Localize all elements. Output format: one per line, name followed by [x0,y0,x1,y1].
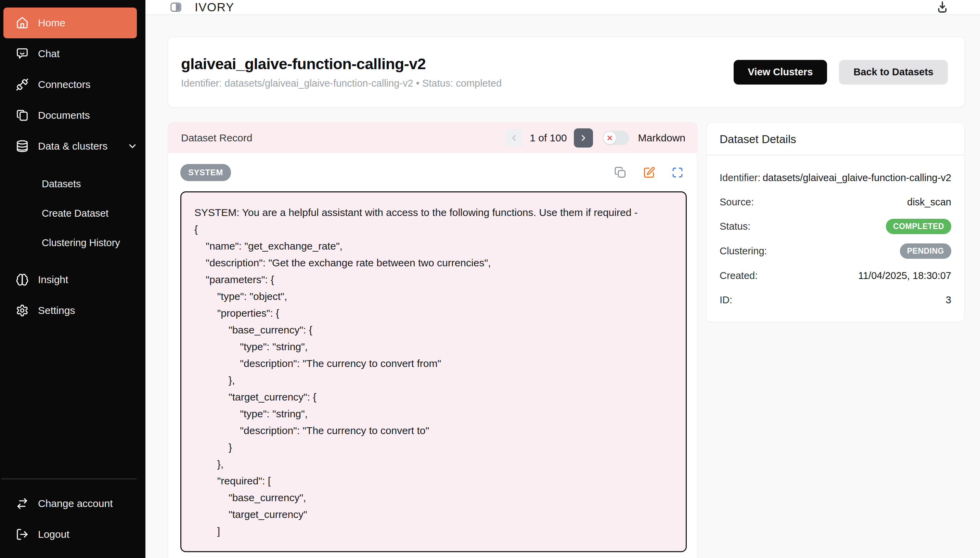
detail-value: disk_scan [907,197,951,208]
logout-icon [16,528,29,541]
sidebar-item-settings[interactable]: Settings [0,295,146,326]
sidebar-item-label: Settings [38,305,75,316]
x-icon [606,134,614,142]
chevron-left-icon [509,133,519,143]
sidebar-item-label: Change account [38,498,113,509]
detail-label: Clustering: [720,245,767,257]
detail-label: Source: [720,197,754,208]
detail-value: 3 [946,294,951,306]
detail-value: 11/04/2025, 18:30:07 [858,270,951,281]
sidebar-item-insight[interactable]: Insight [0,264,146,295]
sidebar-subnav: Datasets Create Dataset Clustering Histo… [0,169,146,258]
chat-icon [16,47,29,60]
sidebar-item-change-account[interactable]: Change account [0,488,146,519]
sidebar-item-label: Clustering History [42,237,120,249]
dataset-details-panel: Dataset Details Identifier: datasets/gla… [706,122,965,322]
record-panel-title: Dataset Record [181,132,252,144]
sidebar-item-connectors[interactable]: Connectors [0,69,146,100]
sidebar-item-documents[interactable]: Documents [0,100,146,131]
dataset-title-card: glaiveai_glaive-function-calling-v2 Iden… [168,37,965,107]
sidebar-item-logout[interactable]: Logout [0,519,146,550]
detail-label: ID: [720,294,732,306]
details-panel-title: Dataset Details [707,123,964,156]
view-clusters-button[interactable]: View Clusters [734,60,827,85]
toggle-knob [604,132,616,144]
markdown-toggle-label: Markdown [638,132,686,144]
detail-value: datasets/glaiveai_glaive-function-callin… [763,172,951,184]
detail-row-identifier: Identifier: datasets/glaiveai_glaive-fun… [720,170,951,185]
back-to-datasets-button[interactable]: Back to Datasets [839,60,948,85]
detail-label: Created: [720,270,757,281]
next-record-button[interactable] [574,128,593,148]
detail-label: Status: [720,221,750,232]
markdown-toggle[interactable] [602,131,629,145]
clustering-badge: PENDING [900,243,951,259]
sidebar-item-home[interactable]: Home [3,8,137,38]
sidebar-item-label: Connectors [38,79,90,90]
sidebar-item-clustering-history[interactable]: Clustering History [0,228,146,258]
sidebar-item-label: Datasets [42,178,81,190]
chevron-down-icon [127,141,138,152]
dataset-record-header: Dataset Record 1 of 100 [168,123,697,153]
copy-icon[interactable] [614,166,627,179]
expand-icon[interactable] [672,167,683,178]
sidebar-item-create-dataset[interactable]: Create Dataset [0,199,146,228]
sidebar-divider [2,479,137,479]
detail-row-source: Source: disk_scan [720,194,951,210]
brain-icon [16,273,29,286]
sidebar-item-label: Home [38,17,65,29]
status-badge: COMPLETED [886,219,951,234]
detail-row-status: Status: COMPLETED [720,219,951,234]
prev-record-button[interactable] [505,129,523,147]
page-title: glaiveai_glaive-function-calling-v2 [181,55,502,73]
sidebar-item-label: Data & clusters [38,140,108,152]
sidebar-item-label: Documents [38,110,90,121]
topbar: IVORY [146,0,980,15]
sidebar-item-label: Logout [38,528,69,540]
sidebar-item-label: Insight [38,274,68,286]
dataset-record-panel: Dataset Record 1 of 100 [168,122,697,558]
edit-icon[interactable] [643,166,655,179]
sidebar-toggle-icon[interactable] [169,1,182,14]
brand-title: IVORY [195,0,234,14]
database-icon [16,140,29,153]
plug-icon [16,78,29,91]
pagination-status: 1 of 100 [530,132,567,144]
detail-row-clustering: Clustering: PENDING [720,243,951,259]
detail-row-created: Created: 11/04/2025, 18:30:07 [720,268,951,283]
sidebar-lower-nav: Insight Settings [0,264,146,326]
gear-icon [16,304,29,317]
home-icon [16,16,29,30]
detail-label: Identifier: [720,172,760,184]
sidebar-item-data-clusters[interactable]: Data & clusters [0,131,146,162]
detail-row-id: ID: 3 [720,292,951,307]
sidebar-item-label: Create Dataset [42,208,108,219]
role-badge: SYSTEM [180,164,231,181]
page-subtitle: Identifier: datasets/glaiveai_glaive-fun… [181,78,502,89]
sidebar-item-chat[interactable]: Chat [0,38,146,69]
record-message-content: SYSTEM: You are a helpful assistant with… [180,191,687,552]
sidebar: Home Chat Connectors Documents Data & cl… [0,0,146,558]
documents-icon [16,109,29,122]
chevron-right-icon [579,133,588,143]
download-icon[interactable] [935,0,949,15]
sidebar-item-label: Chat [38,48,59,59]
sidebar-item-datasets[interactable]: Datasets [0,169,146,199]
swap-arrows-icon [16,497,29,510]
